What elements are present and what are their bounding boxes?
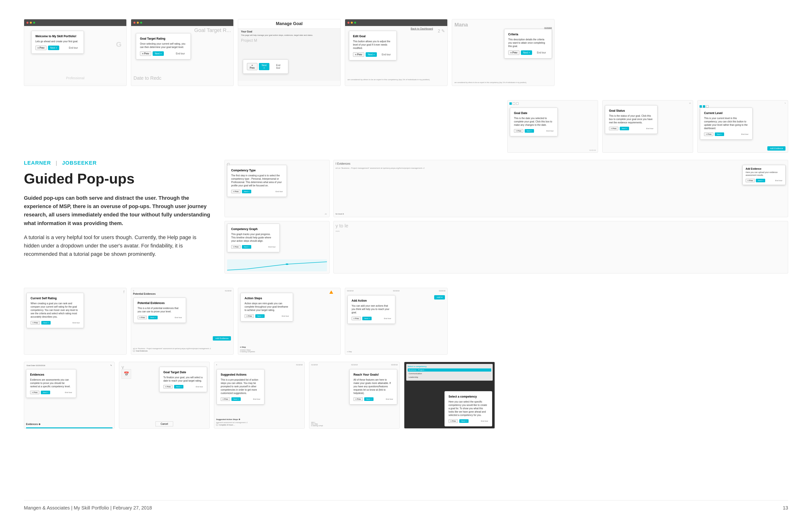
sc-prev[interactable]: « Prev [449, 419, 458, 423]
ct-end[interactable]: End tour [276, 191, 283, 193]
eg-next-btn[interactable]: Next » [366, 52, 377, 57]
comp-graph-row: Competency Graph This graph tracks your … [224, 221, 788, 273]
csr-end[interactable]: End tour [73, 322, 80, 324]
gtd-prev[interactable]: « Prev [163, 385, 173, 389]
rg-end[interactable]: End tour [386, 398, 393, 400]
add-evidence-btn[interactable]: Add Evidence [767, 146, 785, 151]
cr-prev-btn[interactable]: « Prev [508, 50, 519, 55]
gs-next[interactable]: Next » [620, 127, 629, 130]
eps-text: eps c [311, 421, 398, 423]
cg-next[interactable]: Next » [242, 245, 251, 249]
add-evidence-btn-2[interactable]: Add Evidence [213, 336, 231, 341]
gd-next[interactable]: Next » [525, 129, 534, 133]
action-section-label: n Step [240, 346, 338, 348]
csr-prev[interactable]: « Prev [31, 321, 40, 325]
mg-end-btn[interactable]: End tour [272, 63, 284, 70]
calendar-icon: 📅 [124, 371, 129, 377]
welcome-popup-nav: « Prev Next » End tour [35, 46, 80, 50]
ev-next[interactable]: Next » [41, 391, 50, 394]
gd-prev[interactable]: « Prev [514, 129, 523, 133]
criteria-title: Criteria [508, 32, 548, 36]
ae-prev[interactable]: « Prev [745, 179, 755, 182]
cr-next-btn[interactable]: Next » [521, 50, 532, 55]
tag-jobseeker: JOBSEEKER [62, 160, 97, 166]
ct-next[interactable]: Next » [242, 190, 251, 193]
eg-end-btn[interactable]: End tour [380, 52, 393, 57]
pe-title: Potential Evidences [137, 301, 182, 305]
cg-end[interactable]: End tour [269, 246, 276, 248]
welcome-end-btn[interactable]: End tour [67, 46, 80, 50]
gd-end[interactable]: End tour [547, 130, 554, 132]
ct-prev[interactable]: « Prev [231, 190, 241, 193]
pe-prev[interactable]: « Prev [137, 316, 147, 319]
sa-d1: 4 [216, 364, 217, 365]
tag-learner: LEARNER [24, 160, 51, 166]
eg-prev-btn[interactable]: « Prev [353, 52, 364, 57]
gtr-end-btn[interactable]: End tour [174, 51, 187, 56]
add-btn-right[interactable]: Add H [434, 295, 445, 299]
cl-next[interactable]: Next » [715, 132, 724, 136]
gtr-next-btn[interactable]: Next » [153, 51, 164, 56]
screenshot-current-level: ✎ Current Level This is your current lev… [697, 100, 788, 153]
ae-end[interactable]: End tour [775, 179, 782, 182]
gs-prev[interactable]: « Prev [609, 127, 618, 130]
welcome-next-btn[interactable]: Next » [48, 46, 59, 50]
rg-prev[interactable]: « Prev [353, 397, 363, 401]
back-to-dashboard-link[interactable]: Back to Dashboard [410, 27, 433, 30]
csr-body: When creating a goal you can rank and co… [31, 302, 80, 318]
cl-prev[interactable]: « Prev [704, 132, 713, 136]
aa-prev[interactable]: « Prev [351, 317, 361, 320]
aa-next[interactable]: Next » [362, 317, 372, 320]
body-text: Guided pop-ups can both serve and distra… [24, 194, 210, 258]
sa-end[interactable]: End tour [253, 398, 260, 400]
sc-next[interactable]: Next » [459, 419, 468, 423]
sa-next[interactable]: Next » [231, 397, 241, 401]
comp-list-item-selected[interactable]: Business - Project... [408, 369, 491, 372]
comp-type-row: G Competency Type The first step in crea… [224, 160, 788, 217]
mg-next-btn[interactable]: Next » [259, 63, 270, 70]
footer: Mangen & Associates | My Skill Portfolio… [24, 500, 788, 511]
pe-section-header: Potential Evidences [133, 292, 231, 295]
ev-end[interactable]: End tour [65, 391, 72, 393]
gtr-prev-btn[interactable]: « Prev [140, 51, 151, 56]
as-next[interactable]: Next » [255, 314, 265, 318]
as-title: Action Steps [245, 296, 289, 300]
comp-list-item-2[interactable]: Leadership [408, 376, 491, 379]
your-goal-desc: This page will help manage your goal act… [241, 34, 337, 36]
cl-title: Current Level [704, 111, 749, 115]
cl-end[interactable]: End tour [741, 133, 749, 135]
aa-end[interactable]: End tour [384, 317, 391, 319]
expert-text: am considered by others to be an expert … [347, 78, 445, 81]
sa-prev[interactable]: « Prev [221, 397, 230, 401]
gtd-end[interactable]: End tour [196, 386, 203, 388]
edit-goal-title: Edit Goal [353, 34, 393, 39]
as-prev[interactable]: « Prev [245, 314, 254, 318]
dc-text: .dc [324, 213, 327, 215]
ae-next[interactable]: Next » [756, 179, 765, 182]
rg-next[interactable]: Next » [364, 397, 374, 401]
welcome-prev-btn[interactable]: « Prev [35, 46, 46, 50]
comp-list-item-1[interactable]: Communication [408, 372, 491, 375]
cg-prev[interactable]: « Prev [231, 245, 241, 249]
cancel-btn[interactable]: Cancel [156, 421, 173, 426]
screenshot-criteria: Mana ncrease Criteria This description d… [452, 19, 554, 86]
pe-next[interactable]: Next » [148, 316, 158, 319]
csr-next[interactable]: Next » [41, 321, 50, 325]
bg-text-mana: Mana [454, 22, 468, 28]
mg-prev-btn[interactable]: « Prev [247, 63, 258, 70]
sc-end[interactable]: End tour [481, 420, 488, 422]
gs-end[interactable]: End tour [646, 127, 653, 130]
edit-goal-body: This button allows you to adjust the lev… [353, 40, 393, 50]
screenshot-add-action: 02/18/18 02/18/18 02/20/18 Add Action Yo… [345, 288, 448, 355]
d-action-label: d Action Steps [240, 349, 338, 351]
ev-prev[interactable]: « Prev [30, 391, 39, 394]
gtd-next[interactable]: Next » [174, 385, 184, 389]
screenshot-goal-date: Goal Date This is the date you selected … [507, 100, 598, 153]
pe-end[interactable]: End tour [175, 316, 182, 318]
cr-end-btn[interactable]: End tour [535, 50, 548, 55]
as-end[interactable]: End tour [282, 315, 289, 317]
aa-body: You can add your own actions that you th… [351, 304, 391, 314]
gs-title: Goal Status [609, 109, 653, 113]
for-level-label: for level 8 [335, 213, 344, 215]
ev-body: Evidences are assessments you can comple… [30, 378, 72, 388]
